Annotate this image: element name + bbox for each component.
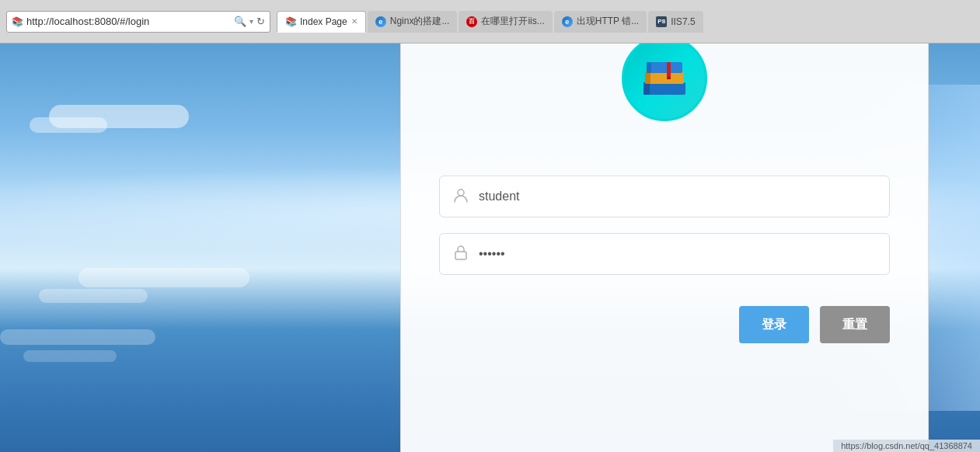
browser-chrome: 📚 http://localhost:8080/#/login 🔍 ▾ ↻ 📚 … xyxy=(0,0,980,43)
tab-label-baidu: 在哪里打开iis... xyxy=(481,15,544,28)
form-area: 登录 重置 xyxy=(439,176,890,343)
svg-rect-4 xyxy=(647,62,682,73)
user-icon xyxy=(452,186,469,207)
button-row: 登录 重置 xyxy=(439,306,890,343)
cloud-6 xyxy=(23,350,117,362)
separator: ▾ xyxy=(249,17,253,26)
reset-button[interactable]: 重置 xyxy=(820,306,890,343)
cloud-4 xyxy=(39,289,148,303)
svg-rect-0 xyxy=(643,82,685,95)
logo-area xyxy=(622,36,707,121)
lock-icon xyxy=(452,244,469,265)
password-input[interactable] xyxy=(479,247,877,261)
tab-label-http: 出现HTTP 错... xyxy=(577,15,639,28)
username-input[interactable] xyxy=(479,189,877,203)
status-bar: https://blog.csdn.net/qq_41368874 xyxy=(833,440,980,452)
tab-label-iis: IIS7.5 xyxy=(671,16,695,27)
tab-close-index[interactable]: ✕ xyxy=(351,17,357,26)
tab-favicon-nginx: e xyxy=(375,16,386,27)
logo-circle xyxy=(622,36,707,121)
cloud-3 xyxy=(78,268,249,287)
status-text: https://blog.csdn.net/qq_41368874 xyxy=(841,441,972,450)
cloud-5 xyxy=(0,329,155,345)
address-favicon: 📚 xyxy=(12,16,23,27)
svg-point-8 xyxy=(458,189,464,196)
login-panel: 登录 重置 xyxy=(400,43,929,452)
tab-favicon-http: e xyxy=(562,16,573,27)
password-input-group xyxy=(439,233,890,275)
tab-label-nginx: Nginx的搭建... xyxy=(390,15,450,28)
svg-rect-1 xyxy=(643,82,650,95)
address-icons: 🔍 ▾ ↻ xyxy=(234,16,265,27)
login-button[interactable]: 登录 xyxy=(739,306,809,343)
svg-rect-2 xyxy=(645,71,684,84)
tab-label-index: Index Page xyxy=(300,16,347,27)
svg-rect-5 xyxy=(647,62,651,73)
book-logo-svg xyxy=(637,51,692,106)
search-icon[interactable]: 🔍 xyxy=(234,16,246,27)
tab-index-page[interactable]: 📚 Index Page ✕ xyxy=(277,11,366,33)
username-input-group xyxy=(439,176,890,217)
tab-nginx[interactable]: e Nginx的搭建... xyxy=(368,11,458,33)
refresh-icon[interactable]: ↻ xyxy=(256,16,265,27)
cloud-2 xyxy=(30,117,107,133)
tab-iis[interactable]: P8 IIS7.5 xyxy=(648,11,703,33)
tab-favicon-baidu: 百 xyxy=(466,16,477,27)
svg-rect-9 xyxy=(455,252,466,259)
tabs-area: 📚 Index Page ✕ e Nginx的搭建... 百 在哪里打开iis.… xyxy=(277,11,974,33)
svg-rect-3 xyxy=(645,71,650,84)
tab-baidu[interactable]: 百 在哪里打开iis... xyxy=(459,11,552,33)
tab-http-error[interactable]: e 出现HTTP 错... xyxy=(554,11,647,33)
tab-favicon-index: 📚 xyxy=(285,16,296,27)
tab-favicon-iis: P8 xyxy=(656,16,667,27)
address-bar[interactable]: 📚 http://localhost:8080/#/login 🔍 ▾ ↻ xyxy=(6,11,270,33)
address-text: http://localhost:8080/#/login xyxy=(26,16,230,27)
